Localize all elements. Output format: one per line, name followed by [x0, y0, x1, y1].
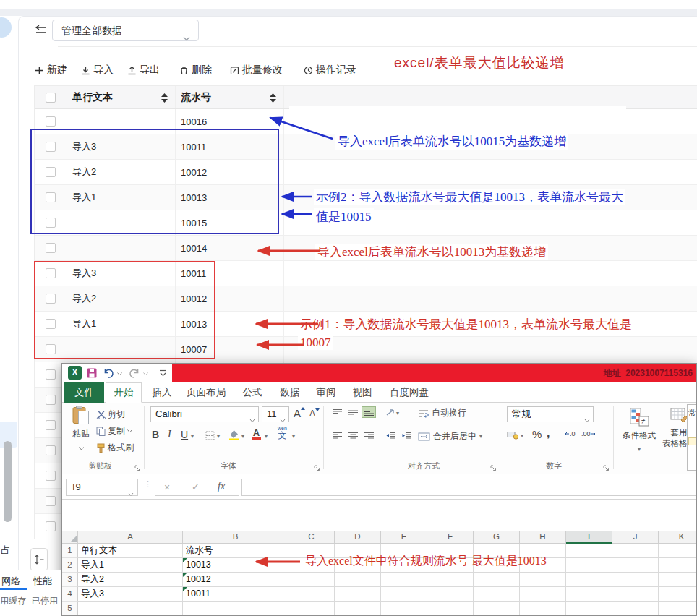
comma-style-button[interactable]: , [547, 427, 550, 440]
alignment-dialog-launcher[interactable] [490, 461, 497, 474]
cell-A3[interactable]: 导入2 [78, 573, 183, 587]
cell-I3[interactable] [566, 573, 612, 587]
cell-F5[interactable] [427, 602, 474, 616]
font-color-dropdown-icon[interactable]: ▾ [265, 433, 268, 440]
delete-button[interactable]: 删除 [179, 63, 212, 77]
row-height-button[interactable] [30, 548, 48, 571]
cell-D3[interactable] [335, 573, 381, 587]
batch-edit-button[interactable]: 批量修改 [230, 63, 283, 77]
format-painter-button[interactable]: 格式刷 [96, 442, 134, 454]
cut-button[interactable]: 剪切 [96, 408, 125, 421]
row-checkbox[interactable] [46, 471, 56, 481]
row-checkbox[interactable] [46, 395, 56, 405]
redo-icon[interactable] [129, 368, 140, 379]
accounting-format-button[interactable] [507, 429, 519, 442]
cell-A2[interactable]: 导入1 [78, 558, 183, 573]
cell-K5[interactable] [659, 602, 697, 616]
undo-dropdown-icon[interactable] [117, 372, 122, 376]
row-checkbox[interactable] [46, 445, 56, 455]
cell-H4[interactable] [520, 587, 566, 602]
column-header-J[interactable]: J [612, 531, 659, 544]
import-button[interactable]: 导入 [81, 63, 114, 77]
cell-B3[interactable]: 10012 [183, 573, 288, 587]
tab-view[interactable]: 视图 [347, 382, 377, 403]
cell-I2[interactable] [566, 558, 612, 573]
cell-J5[interactable] [612, 602, 659, 616]
cell-J2[interactable] [612, 558, 659, 573]
column-header-serial[interactable]: 流水号 [176, 86, 284, 108]
paste-button[interactable]: 粘贴 [68, 406, 94, 453]
clipboard-dialog-launcher[interactable] [134, 461, 141, 474]
fill-color-dropdown-icon[interactable]: ▾ [241, 433, 244, 440]
collapse-panel-icon[interactable] [33, 24, 48, 38]
underline-dropdown-icon[interactable]: ▾ [191, 433, 194, 440]
save-icon[interactable] [87, 368, 97, 378]
merge-center-button[interactable]: 合并后居中 ▾ [418, 430, 482, 442]
cell-K3[interactable] [659, 573, 697, 587]
row-header-5[interactable]: 5 [62, 602, 78, 616]
percent-style-button[interactable]: % [532, 428, 542, 440]
tab-home[interactable]: 开始 [106, 382, 142, 403]
view-selector-dropdown[interactable]: 管理全部数据 [52, 20, 199, 41]
undo-icon[interactable] [103, 368, 114, 379]
cell-A1[interactable]: 单行文本 [78, 544, 183, 558]
font-color-button[interactable]: A [252, 428, 261, 440]
new-button[interactable]: 新建 [35, 63, 67, 77]
column-header-E[interactable]: E [381, 531, 427, 544]
cell-D4[interactable] [335, 587, 381, 602]
column-header-D[interactable]: D [335, 531, 381, 544]
font-name-select[interactable]: Calibri [150, 406, 259, 422]
borders-dropdown-icon[interactable]: ▾ [217, 433, 220, 440]
window-titlebar[interactable]: 地址_20231007115316 [172, 364, 696, 382]
column-header-C[interactable]: C [288, 531, 335, 544]
avatar[interactable] [0, 17, 12, 38]
cell-E3[interactable] [381, 573, 427, 587]
grow-font-button[interactable]: A [294, 407, 305, 419]
italic-button[interactable]: I [168, 429, 171, 440]
cell-A4[interactable]: 导入3 [78, 587, 183, 602]
sort-icon[interactable] [161, 93, 168, 105]
align-left-button[interactable] [330, 429, 344, 441]
column-header-K[interactable]: K [659, 531, 697, 544]
row-header-1[interactable]: 1 [62, 544, 78, 558]
operation-log-button[interactable]: 操作记录 [304, 63, 356, 77]
column-header-I[interactable]: I [566, 531, 612, 544]
cell-E5[interactable] [381, 602, 427, 616]
column-header-F[interactable]: F [427, 531, 474, 544]
cell-D5[interactable] [335, 602, 381, 616]
cell-G3[interactable] [474, 573, 520, 587]
fill-color-button[interactable] [228, 429, 239, 443]
name-box[interactable]: I9 [66, 479, 138, 496]
conditional-formatting-button[interactable]: ≠ 条件格式 ▾ [619, 408, 659, 454]
column-header-H[interactable]: H [520, 531, 566, 544]
cell-C5[interactable] [288, 602, 335, 616]
cell-F4[interactable] [427, 587, 474, 602]
cell-B1[interactable]: 流水号 [183, 544, 288, 558]
row-checkbox[interactable] [46, 369, 56, 380]
cell-styles-gallery[interactable]: 常 [687, 404, 697, 471]
cell-C4[interactable] [288, 587, 335, 602]
cell-A5[interactable] [78, 602, 183, 616]
number-format-select[interactable]: 常规 [507, 406, 594, 422]
decrease-decimal-button[interactable]: .00 [581, 430, 596, 437]
cell-C3[interactable] [288, 573, 335, 587]
number-dialog-launcher[interactable] [603, 461, 610, 474]
orientation-dropdown-icon[interactable]: ▾ [396, 410, 399, 416]
shrink-font-button[interactable]: A [309, 408, 320, 419]
select-all-corner[interactable] [62, 531, 78, 544]
cell-I4[interactable] [566, 587, 612, 602]
cell-J4[interactable] [612, 587, 659, 602]
decrease-indent-button[interactable] [383, 429, 398, 441]
align-top-button[interactable] [330, 406, 344, 418]
bold-button[interactable]: B [152, 429, 159, 440]
tab-baidu-netdisk[interactable]: 百度网盘 [383, 382, 435, 403]
font-size-select[interactable]: 11 [262, 406, 289, 422]
row-checkbox[interactable] [46, 243, 56, 253]
tab-file[interactable]: 文件 [64, 382, 104, 403]
align-middle-button[interactable] [346, 406, 360, 418]
tab-insert[interactable]: 插入 [147, 382, 176, 403]
enter-button[interactable]: ✓ [192, 482, 200, 492]
sort-icon[interactable] [270, 93, 276, 105]
cancel-button[interactable]: × [164, 482, 170, 493]
cell-G4[interactable] [474, 587, 520, 602]
